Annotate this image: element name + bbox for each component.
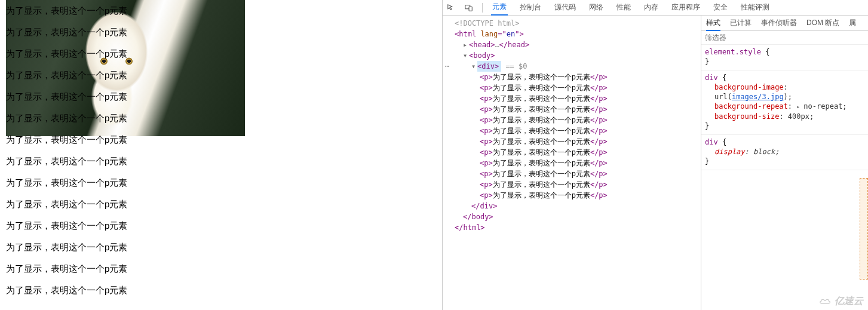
devtools-tab[interactable]: 应用程序 <box>670 0 701 16</box>
p-node[interactable]: <p>为了显示，表明这个一个p元素</p> <box>446 168 701 179</box>
styles-tab[interactable]: 样式 <box>706 16 720 31</box>
selected-dots-icon: ⋯ <box>445 61 449 72</box>
styles-filter-row <box>701 31 868 45</box>
div-close-node[interactable]: </div> <box>446 201 701 211</box>
devtools-tab[interactable]: 网络 <box>588 0 605 16</box>
p-node[interactable]: <p>为了显示，表明这个一个p元素</p> <box>446 93 701 104</box>
css-rule-block[interactable]: div {background-image: url(images/3.jpg)… <box>701 70 868 135</box>
div-open-node[interactable]: ⋯▾<div> == $0 <box>446 61 701 72</box>
preview-paragraph: 为了显示，表明这个一个p元素 <box>6 258 442 280</box>
inspect-icon[interactable] <box>446 3 456 13</box>
css-rule-block[interactable]: element.style {} <box>701 45 868 70</box>
preview-paragraph: 为了显示，表明这个一个p元素 <box>6 129 442 151</box>
preview-paragraph: 为了显示，表明这个一个p元素 <box>6 108 442 129</box>
devtools-tab[interactable]: 性能评测 <box>740 0 771 16</box>
html-open-node[interactable]: <html lang="en"> <box>446 29 701 39</box>
doctype-node: <!DOCTYPE html> <box>455 19 519 27</box>
devtools-tab[interactable]: 性能 <box>615 0 632 16</box>
margin-overlay-strip <box>860 178 868 280</box>
devtools-tab[interactable]: 内存 <box>643 0 660 16</box>
device-toggle-icon[interactable] <box>464 3 474 13</box>
styles-tab[interactable]: 事件侦听器 <box>761 18 797 28</box>
devtools-panel: 元素控制台源代码网络性能内存应用程序安全性能评测 <!DOCTYPE html>… <box>442 0 868 310</box>
devtools-toolbar: 元素控制台源代码网络性能内存应用程序安全性能评测 <box>443 0 868 16</box>
body-open-node[interactable]: ▾<body> <box>446 50 701 61</box>
p-node[interactable]: <p>为了显示，表明这个一个p元素</p> <box>446 147 701 158</box>
css-rule-block[interactable]: div {display: block;} <box>701 135 868 170</box>
body-close-node[interactable]: </body> <box>446 211 701 222</box>
toolbar-divider <box>482 3 483 13</box>
preview-paragraph: 为了显示，表明这个一个p元素 <box>6 215 442 237</box>
devtools-tab[interactable]: 源代码 <box>553 0 577 16</box>
p-node[interactable]: <p>为了显示，表明这个一个p元素</p> <box>446 72 701 82</box>
p-node[interactable]: <p>为了显示，表明这个一个p元素</p> <box>446 125 701 136</box>
preview-paragraph: 为了显示，表明这个一个p元素 <box>6 22 442 43</box>
page-preview: 为了显示，表明这个一个p元素为了显示，表明这个一个p元素为了显示，表明这个一个p… <box>0 0 442 310</box>
styles-tab[interactable]: DOM 断点 <box>806 18 839 28</box>
svg-rect-1 <box>469 7 472 11</box>
preview-paragraph: 为了显示，表明这个一个p元素 <box>6 43 442 65</box>
p-node[interactable]: <p>为了显示，表明这个一个p元素</p> <box>446 158 701 168</box>
p-node[interactable]: <p>为了显示，表明这个一个p元素</p> <box>446 136 701 147</box>
devtools-tab[interactable]: 控制台 <box>519 0 542 16</box>
preview-paragraph: 为了显示，表明这个一个p元素 <box>6 65 442 86</box>
preview-paragraph: 为了显示，表明这个一个p元素 <box>6 86 442 108</box>
styles-tab[interactable]: 已计算 <box>730 18 752 28</box>
p-node[interactable]: <p>为了显示，表明这个一个p元素</p> <box>446 82 701 93</box>
watermark: 亿速云 <box>819 295 863 308</box>
devtools-tab[interactable]: 安全 <box>712 0 729 16</box>
preview-paragraph: 为了显示，表明这个一个p元素 <box>6 280 442 301</box>
p-node[interactable]: <p>为了显示，表明这个一个p元素</p> <box>446 179 701 190</box>
p-node[interactable]: <p>为了显示，表明这个一个p元素</p> <box>446 104 701 115</box>
p-node[interactable]: <p>为了显示，表明这个一个p元素</p> <box>446 115 701 125</box>
styles-tabs: 样式已计算事件侦听器DOM 断点属 <box>701 16 868 31</box>
preview-paragraph: 为了显示，表明这个一个p元素 <box>6 172 442 194</box>
styles-pane: 样式已计算事件侦听器DOM 断点属 element.style {}div {b… <box>701 16 868 310</box>
html-close-node[interactable]: </html> <box>446 222 701 233</box>
styles-tab[interactable]: 属 <box>849 18 856 28</box>
elements-tree[interactable]: <!DOCTYPE html> <html lang="en"> ▸<head>… <box>443 16 701 310</box>
devtools-tab[interactable]: 元素 <box>491 0 508 16</box>
head-node[interactable]: ▸<head>…</head> <box>446 39 701 50</box>
preview-paragraph: 为了显示，表明这个一个p元素 <box>6 151 442 172</box>
preview-paragraph: 为了显示，表明这个一个p元素 <box>6 194 442 215</box>
preview-paragraph: 为了显示，表明这个一个p元素 <box>6 237 442 258</box>
preview-paragraph: 为了显示，表明这个一个p元素 <box>6 0 442 22</box>
p-node[interactable]: <p>为了显示，表明这个一个p元素</p> <box>446 190 701 201</box>
styles-filter-input[interactable] <box>701 31 868 44</box>
